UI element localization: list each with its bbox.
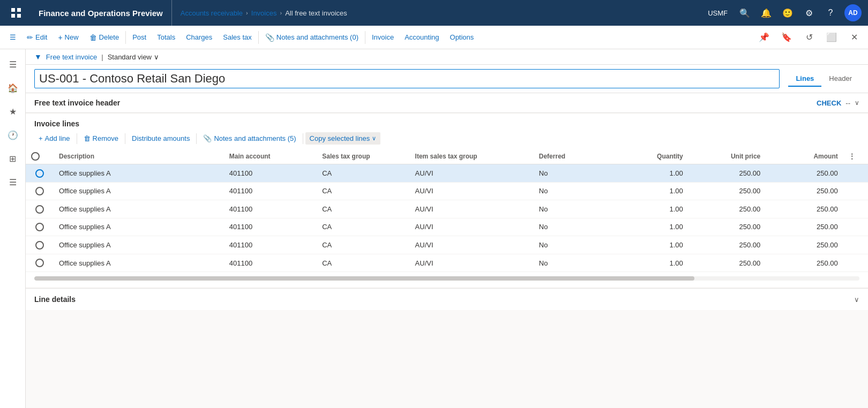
pin-icon[interactable]: 📌	[754, 28, 774, 47]
free-text-invoice-header-section[interactable]: Free text invoice header CHECK -- ∨	[26, 93, 868, 113]
svg-rect-1	[17, 8, 21, 12]
feedback-icon[interactable]: 🙂	[778, 3, 797, 22]
row-radio-5[interactable]	[35, 259, 44, 267]
row-deferred-5: No	[534, 254, 611, 272]
row-radio-1[interactable]	[35, 187, 44, 195]
row-deferred-2: No	[534, 200, 611, 218]
app-title: Finance and Operations Preview	[30, 0, 172, 26]
add-line-label: Add line	[45, 134, 70, 142]
view-selector[interactable]: Standard view ∨	[108, 53, 159, 61]
distribute-amounts-button[interactable]: Distribute amounts	[128, 132, 194, 145]
row-description-3: Office supplies A	[54, 218, 224, 236]
col-header-item-sales-tax-group: Item sales tax group	[410, 149, 534, 164]
free-text-invoice-link[interactable]: Free text invoice	[46, 53, 97, 61]
line-details-header[interactable]: Line details ∨	[26, 289, 868, 310]
row-context-menu-5[interactable]	[843, 254, 868, 272]
row-radio-0[interactable]	[35, 169, 44, 178]
line-details-section: Line details ∨	[26, 288, 868, 310]
row-sales-tax-group-0: CA	[317, 164, 409, 183]
post-button[interactable]: Post	[127, 26, 152, 49]
nav-recent-icon[interactable]: 🕐	[2, 124, 24, 146]
bookmark-icon[interactable]: 🔖	[777, 28, 796, 47]
copy-selected-lines-button[interactable]: Copy selected lines ∨	[305, 132, 381, 145]
remove-label: Remove	[93, 134, 118, 142]
options-button[interactable]: Options	[445, 26, 480, 49]
refresh-icon[interactable]: ↺	[799, 28, 819, 47]
help-icon[interactable]: ?	[821, 3, 840, 22]
accounting-button[interactable]: Accounting	[399, 26, 444, 49]
table-row[interactable]: Office supplies A 401100 CA AU/VI No 1.0…	[26, 182, 868, 200]
notification-icon[interactable]: 🔔	[757, 3, 776, 22]
table-row[interactable]: Office supplies A 401100 CA AU/VI No 1.0…	[26, 218, 868, 236]
row-context-menu-1[interactable]	[843, 182, 868, 200]
nav-hamburger-icon[interactable]: ☰	[2, 54, 24, 75]
remove-button[interactable]: 🗑 Remove	[79, 132, 123, 145]
breadcrumb-accounts-receivable[interactable]: Accounts receivable	[181, 9, 243, 17]
row-item-sales-tax-group-4: AU/VI	[410, 236, 534, 254]
cmd-sep-2	[258, 31, 259, 44]
lines-sep-4	[303, 133, 303, 144]
row-context-menu-0[interactable]	[843, 164, 868, 183]
edit-button[interactable]: ✏ Edit	[21, 26, 53, 49]
sales-tax-label: Sales tax	[223, 33, 251, 41]
app-grid-icon[interactable]	[6, 3, 26, 22]
notes-attachments-button[interactable]: 📎 Notes and attachments (0)	[260, 26, 364, 49]
search-icon[interactable]: 🔍	[735, 3, 754, 22]
row-quantity-0: 1.00	[611, 164, 688, 183]
breadcrumb-invoices[interactable]: Invoices	[251, 9, 277, 17]
record-tabs: Lines Header	[788, 71, 859, 87]
row-context-menu-2[interactable]	[843, 200, 868, 218]
hamburger-button[interactable]: ☰	[4, 26, 21, 49]
totals-button[interactable]: Totals	[152, 26, 181, 49]
select-all-radio[interactable]	[31, 152, 40, 161]
col-header-unit-price: Unit price	[689, 149, 766, 164]
charges-button[interactable]: Charges	[181, 26, 218, 49]
add-line-button[interactable]: + Add line	[34, 132, 74, 145]
notes-attachments-lines-label: Notes and attachments (5)	[214, 134, 296, 142]
sales-tax-button[interactable]: Sales tax	[218, 26, 257, 49]
close-icon[interactable]: ✕	[844, 28, 864, 47]
row-main-account-2: 401100	[224, 200, 317, 218]
table-row[interactable]: Office supplies A 401100 CA AU/VI No 1.0…	[26, 164, 868, 183]
notes-attachments-lines-button[interactable]: 📎 Notes and attachments (5)	[199, 132, 300, 145]
delete-button[interactable]: 🗑 Delete	[84, 26, 125, 49]
user-avatar[interactable]: AD	[844, 4, 862, 21]
settings-icon[interactable]: ⚙	[799, 3, 819, 22]
remove-icon: 🗑	[84, 134, 91, 142]
row-description-4: Office supplies A	[54, 236, 224, 254]
nav-modules-icon[interactable]: ☰	[2, 171, 24, 193]
breadcrumb-current: All free text invoices	[285, 9, 347, 17]
filter-icon[interactable]: ▼	[34, 52, 42, 61]
horizontal-scrollbar[interactable]	[34, 276, 859, 281]
breadcrumb-sep-2: ›	[280, 10, 282, 16]
new-button[interactable]: + New	[53, 26, 84, 49]
table-row[interactable]: Office supplies A 401100 CA AU/VI No 1.0…	[26, 200, 868, 218]
row-radio-4[interactable]	[35, 241, 44, 250]
row-context-menu-4[interactable]	[843, 236, 868, 254]
tab-header[interactable]: Header	[821, 71, 859, 87]
invoice-lines-title: Invoice lines	[26, 114, 868, 130]
new-icon: +	[58, 33, 62, 42]
invoice-lines-section: Invoice lines + Add line 🗑 Remove Distri…	[26, 114, 868, 287]
invoice-button[interactable]: Invoice	[366, 26, 399, 49]
row-radio-3[interactable]	[35, 223, 44, 231]
nav-workspaces-icon[interactable]: ⊞	[2, 148, 24, 169]
tab-lines[interactable]: Lines	[788, 71, 821, 87]
nav-home-icon[interactable]: 🏠	[2, 77, 24, 99]
col-header-description: Description	[54, 149, 224, 164]
svg-rect-2	[11, 14, 15, 18]
row-item-sales-tax-group-0: AU/VI	[410, 164, 534, 183]
check-label[interactable]: CHECK	[817, 99, 841, 107]
table-row[interactable]: Office supplies A 401100 CA AU/VI No 1.0…	[26, 254, 868, 272]
row-radio-2[interactable]	[35, 205, 44, 214]
col-header-menu: ⋮	[843, 149, 868, 164]
line-details-chevron-icon[interactable]: ∨	[854, 296, 859, 304]
nav-favorites-icon[interactable]: ★	[2, 101, 24, 122]
record-title-input[interactable]	[34, 69, 780, 88]
table-row[interactable]: Office supplies A 401100 CA AU/VI No 1.0…	[26, 236, 868, 254]
minimize-icon[interactable]: ⬜	[822, 28, 841, 47]
row-item-sales-tax-group-3: AU/VI	[410, 218, 534, 236]
row-context-menu-3[interactable]	[843, 218, 868, 236]
lines-sep-1	[77, 133, 77, 144]
free-text-header-chevron-icon[interactable]: ∨	[855, 99, 859, 107]
